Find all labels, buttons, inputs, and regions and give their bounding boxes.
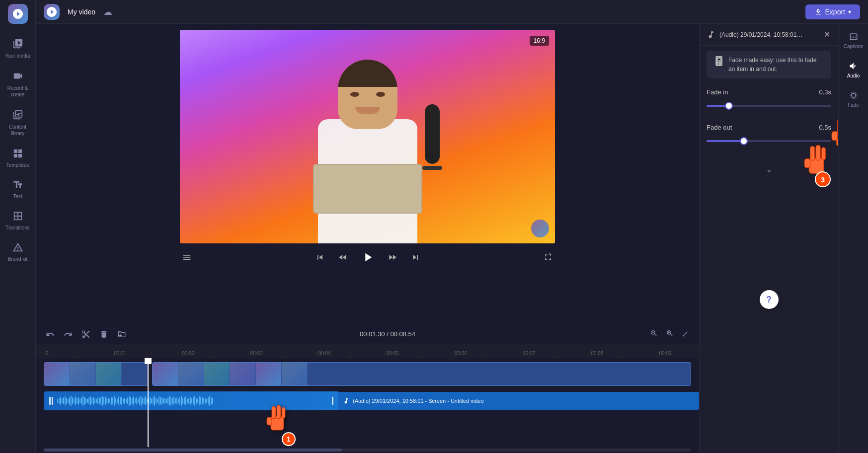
audio-pause-icon <box>48 391 55 410</box>
sidebar-item-text[interactable]: Text <box>0 173 35 204</box>
sidebar-item-your-media[interactable]: Your media <box>0 32 35 64</box>
cut-button[interactable] <box>79 328 92 341</box>
playback-center <box>313 248 422 266</box>
undo-button[interactable] <box>44 328 57 341</box>
sidebar-item-record-create[interactable]: Record &create <box>0 64 35 103</box>
playback-right <box>525 250 555 264</box>
panel-close-button[interactable]: ✕ <box>823 29 831 40</box>
fade-in-slider-thumb[interactable] <box>725 102 733 110</box>
rewind-button[interactable] <box>336 250 350 264</box>
ruler-mark-14: 00:07 <box>521 351 555 358</box>
redo-button[interactable] <box>62 328 75 341</box>
fade-in-slider[interactable] <box>707 100 831 112</box>
fade-out-section: Fade out 0.5s <box>700 124 838 159</box>
sidebar-label-your-media: Your media <box>5 53 30 59</box>
ruler-mark-10: 00:05 <box>385 351 419 358</box>
timeline-toolbar: 00:01.30 / 00:08.54 ⤢ <box>36 324 699 344</box>
play-button[interactable] <box>359 248 377 266</box>
audio-end-icon <box>329 391 335 410</box>
audio-label-pill[interactable]: (Audio) 29/01/2024, 10:58:01 - Screen - … <box>338 392 699 410</box>
fade-out-row: Fade out 0.5s <box>707 124 831 131</box>
fade-out-slider-thumb[interactable] <box>740 137 748 145</box>
sidebar-item-content-library[interactable]: Contentlibrary <box>0 103 35 142</box>
skip-back-button[interactable] <box>313 250 327 264</box>
skip-forward-button[interactable] <box>408 250 422 264</box>
left-sidebar: Your media Record &create Contentlibrary… <box>0 0 36 453</box>
audio-clip-waveform[interactable] <box>44 391 339 410</box>
fade-out-value: 0.5s <box>819 124 831 131</box>
ruler-mark-18: 00:09 <box>657 351 691 358</box>
right-sidebar-captions[interactable]: Captions <box>839 28 868 53</box>
export-label: Export <box>825 8 845 16</box>
logo-small <box>44 4 60 20</box>
fade-out-slider[interactable] <box>707 135 831 147</box>
svg-point-18 <box>851 93 855 97</box>
ruler-mark-8: 00:04 <box>316 351 351 358</box>
export-button[interactable]: Export ▾ <box>805 4 860 19</box>
right-sidebar-fade[interactable]: Fade <box>839 86 868 112</box>
panel-expand-arrow[interactable] <box>700 163 838 179</box>
help-button[interactable]: ? <box>760 290 779 309</box>
audio-track-row: (Audio) 29/01/2024, 10:58:01 - Screen - … <box>36 388 699 414</box>
fade-tooltip: 🎚️ Fade made easy: use this to fade an i… <box>707 51 831 78</box>
fade-in-row: Fade in 0.3s <box>707 88 831 96</box>
sidebar-label-record-create: Record &create <box>7 85 28 98</box>
fade-icon <box>849 90 859 100</box>
fullscreen-button[interactable] <box>541 250 555 264</box>
zoom-controls: ⤢ <box>647 328 691 340</box>
ruler-marks-container: 0 00:01 00:02 00:03 00:04 00:05 00:06 <box>44 344 691 358</box>
right-sidebar: Captions Audio Fade <box>838 24 868 453</box>
settings-button[interactable] <box>180 250 194 264</box>
add-media-button[interactable] <box>115 328 128 341</box>
sidebar-item-transitions[interactable]: Transitions <box>0 204 35 235</box>
ruler-mark-12: 00:06 <box>453 351 487 358</box>
sidebar-label-templates: Templates <box>6 162 29 168</box>
video-preview: 16:9 <box>180 30 555 243</box>
panel-track-title: (Audio) 29/01/2024, 10:58:01 - S... <box>719 31 804 38</box>
panel-separator <box>700 161 838 161</box>
annotation-badge-1: 1 <box>282 432 296 446</box>
video-area: 16:9 <box>36 24 699 324</box>
brand-watermark <box>531 220 549 237</box>
svg-rect-1 <box>183 257 191 258</box>
captions-label: Captions <box>844 44 863 49</box>
templates-icon <box>11 147 25 160</box>
zoom-out-button[interactable] <box>647 328 661 340</box>
right-sidebar-audio[interactable]: Audio <box>839 57 868 82</box>
video-clip-1[interactable] <box>44 362 148 386</box>
delete-button[interactable] <box>97 328 110 341</box>
svg-rect-0 <box>183 255 191 256</box>
fast-forward-button[interactable] <box>386 250 399 264</box>
sidebar-label-text: Text <box>13 194 22 199</box>
fade-out-label: Fade out <box>707 124 732 131</box>
audio-track-label: (Audio) 29/01/2024, 10:58:01 - Screen - … <box>353 398 484 404</box>
fade-label: Fade <box>848 102 859 108</box>
audio-icon <box>849 61 859 71</box>
fade-in-slider-track <box>707 105 831 107</box>
transitions-icon <box>11 209 25 223</box>
svg-rect-2 <box>183 259 191 260</box>
audio-track-icon <box>707 30 715 39</box>
zoom-in-button[interactable] <box>663 328 677 340</box>
media-icon <box>11 37 25 51</box>
panel-title-row: (Audio) 29/01/2024, 10:58:01 - S... <box>707 30 804 39</box>
expand-timeline-button[interactable]: ⤢ <box>679 328 691 340</box>
scrollbar-thumb[interactable] <box>44 449 342 452</box>
app-logo[interactable] <box>8 4 28 24</box>
video-frame <box>180 30 555 243</box>
fade-out-slider-track <box>707 140 831 142</box>
sidebar-label-transitions: Transitions <box>5 225 30 230</box>
sidebar-item-brand-kit[interactable]: Brand kit <box>0 235 35 267</box>
brand-icon <box>11 240 25 254</box>
audio-label: Audio <box>847 73 860 78</box>
captions-icon <box>849 32 859 42</box>
waveform-visualization <box>57 394 329 408</box>
export-chevron: ▾ <box>848 8 851 15</box>
timeline-scrollbar[interactable] <box>36 447 699 453</box>
sidebar-item-templates[interactable]: Templates <box>0 142 35 173</box>
video-clip-2[interactable] <box>152 362 691 386</box>
ruler-mark-2: 00:01 <box>112 351 146 358</box>
panel-header: (Audio) 29/01/2024, 10:58:01 - S... ✕ <box>700 24 838 46</box>
save-icon[interactable]: ☁ <box>103 6 112 17</box>
scrollbar-track <box>44 449 691 452</box>
